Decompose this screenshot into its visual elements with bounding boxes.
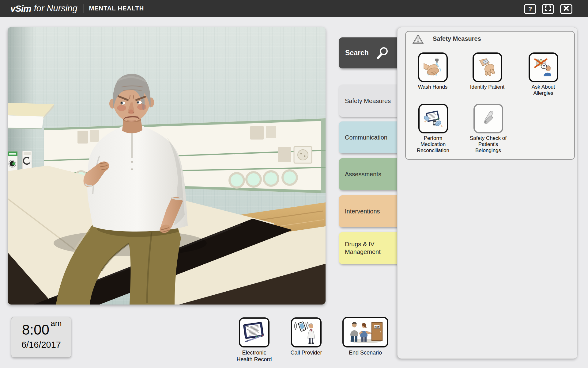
clock-widget: 8:00am 6/16/2017: [11, 317, 71, 358]
fullscreen-icon: [545, 5, 551, 13]
tab-communication[interactable]: Communication: [339, 121, 402, 153]
action-ask-about-allergies: ? Ask About Allergies: [516, 52, 571, 96]
panel-header: Safety Measures: [406, 32, 574, 48]
tab-label: Interventions: [345, 208, 380, 215]
search-button[interactable]: Search: [339, 37, 402, 68]
ask-about-allergies-button[interactable]: ?: [529, 52, 558, 82]
panel-title: Safety Measures: [433, 35, 481, 42]
phone-doctor-icon: [294, 320, 318, 344]
action-medication-reconciliation: Perform Medication Reconciliation: [405, 104, 461, 154]
tab-interventions[interactable]: Interventions: [339, 195, 402, 227]
svg-text:?: ?: [543, 64, 545, 68]
action-label: Wash Hands: [413, 84, 453, 90]
app-titlebar: vSim for Nursing MENTAL HEALTH ?: [0, 0, 588, 17]
logo-divider: [84, 4, 84, 13]
clock-date: 6/16/2017: [11, 340, 71, 350]
tab-assessments[interactable]: Assessments: [339, 158, 402, 190]
exit-door-icon: EXIT: [346, 320, 385, 344]
search-label: Search: [345, 49, 369, 57]
ehr-button[interactable]: [239, 317, 270, 347]
medication-reconciliation-icon: [424, 109, 443, 128]
tab-label: Assessments: [345, 171, 381, 178]
end-scenario-button[interactable]: EXIT: [342, 317, 388, 347]
ehr-tablet-icon: [242, 321, 266, 343]
patient-illustration: [8, 27, 326, 305]
clock-time: 8:00am: [11, 321, 71, 338]
close-button[interactable]: [560, 4, 572, 14]
patient-room-scene: [8, 27, 326, 305]
close-icon: [564, 6, 569, 13]
fullscreen-button[interactable]: [542, 4, 554, 14]
warning-triangle-icon: [413, 34, 424, 46]
help-icon: ?: [528, 6, 532, 13]
tab-label: Drugs & IV Management: [345, 240, 385, 256]
belongings-check-button[interactable]: [473, 104, 503, 133]
ask-about-allergies-icon: ?: [534, 58, 553, 77]
action-identify-patient: Identify Patient: [460, 52, 515, 90]
tab-safety-measures[interactable]: Safety Measures: [339, 85, 402, 117]
time-value: 8:00: [22, 322, 50, 338]
belongings-check-icon: [479, 109, 498, 128]
action-safety-check-belongings: Safety Check of Patient's Belongings: [461, 104, 516, 154]
action-label: Ask About Allergies: [523, 84, 564, 96]
action-label: Safety Check of Patient's Belongings: [468, 135, 508, 154]
medication-reconciliation-button[interactable]: [418, 104, 448, 133]
action-label: Identify Patient: [467, 84, 507, 90]
wash-hands-button[interactable]: [418, 52, 448, 82]
module-title: MENTAL HEALTH: [89, 5, 144, 12]
wash-hands-icon: [423, 58, 442, 77]
brand-suffix-text: for Nursing: [34, 3, 77, 13]
brand-text: vSim: [10, 3, 31, 14]
tab-drugs-iv-management[interactable]: Drugs & IV Management: [339, 232, 402, 264]
time-meridiem: am: [51, 319, 62, 328]
call-provider-label: Call Provider: [285, 350, 328, 356]
tab-label: Communication: [345, 134, 387, 141]
tab-label: Safety Measures: [345, 97, 391, 105]
exit-sign-text: EXIT: [375, 326, 379, 328]
action-wash-hands: Wash Hands: [405, 52, 460, 90]
safety-measures-groupbox: Safety Measures Wash Hands: [405, 31, 575, 160]
vsim-logo: vSim for Nursing MENTAL HEALTH: [10, 0, 144, 17]
call-provider-button[interactable]: [291, 317, 322, 347]
magnifier-icon: [375, 46, 390, 60]
safety-measures-panel: Safety Measures Wash Hands: [397, 27, 578, 359]
end-scenario-cell: EXIT End Scenario: [342, 317, 388, 356]
ehr-cell: Electronic Health Record: [233, 317, 276, 363]
identify-patient-button[interactable]: [473, 52, 502, 82]
identify-patient-icon: [478, 58, 497, 77]
ehr-label: Electronic Health Record: [235, 350, 274, 363]
call-provider-cell: Call Provider: [285, 317, 328, 356]
action-label: Perform Medication Reconciliation: [413, 135, 453, 154]
help-button[interactable]: ?: [524, 4, 536, 14]
end-scenario-label: End Scenario: [342, 350, 388, 356]
